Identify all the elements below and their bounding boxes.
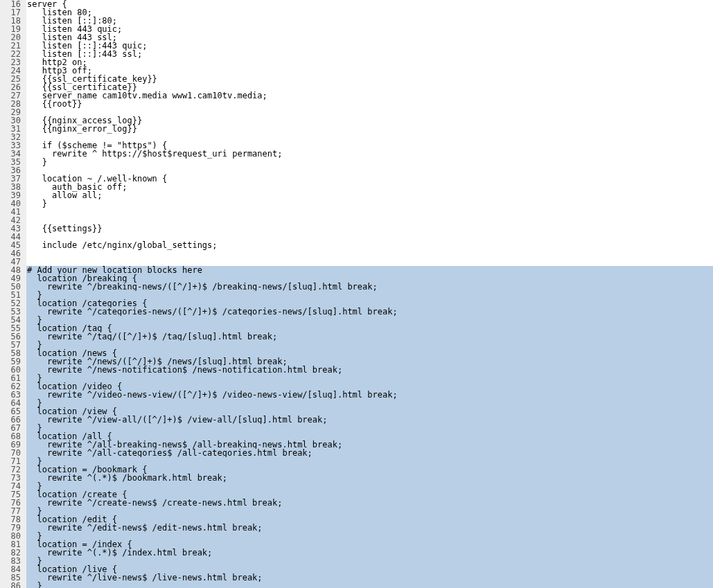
code-text[interactable]: rewrite ^/create-news$ /create-news.html… <box>26 499 713 507</box>
code-line: 41 <box>0 208 713 216</box>
code-text[interactable]: rewrite ^/edit-news$ /edit-news.html bre… <box>26 524 713 532</box>
code-line: 46 <box>0 249 713 258</box>
code-line: 28 {{root}} <box>0 100 713 108</box>
code-text[interactable]: } <box>26 424 713 432</box>
line-number: 86 <box>0 582 26 588</box>
code-line: 35 } <box>0 158 713 166</box>
code-line: 85 rewrite ^/live-news$ /live-news.html … <box>0 573 713 582</box>
code-text[interactable]: rewrite ^/tag/([^/]+)$ /tag/[slug].html … <box>26 332 713 341</box>
code-line: 42 <box>0 216 713 224</box>
code-line: 86 } <box>0 582 713 588</box>
code-line: 76 rewrite ^/create-news$ /create-news.h… <box>0 499 713 507</box>
code-line: 70 rewrite ^/all-categories$ /all-catego… <box>0 449 713 457</box>
code-text[interactable]: rewrite ^/categories-news/([^/]+)$ /cate… <box>26 308 713 316</box>
code-text[interactable]: listen [::]:80; <box>26 17 713 25</box>
code-text[interactable]: rewrite ^(.*)$ /bookmark.html break; <box>26 474 713 482</box>
code-text[interactable]: } <box>26 158 713 166</box>
code-text[interactable]: listen [::]:443 ssl; <box>26 50 713 58</box>
code-editor: 16server {17 listen 80;18 listen [::]:80… <box>0 0 713 588</box>
code-text[interactable]: } <box>26 582 713 588</box>
code-text[interactable]: auth_basic off; <box>26 183 713 191</box>
code-line: 79 rewrite ^/edit-news$ /edit-news.html … <box>0 524 713 532</box>
code-text[interactable]: rewrite ^ https://$host$request_uri perm… <box>26 150 713 158</box>
code-text[interactable]: {{nginx_error_log}} <box>26 125 713 133</box>
code-text[interactable]: listen 80; <box>26 8 713 17</box>
code-text[interactable]: server_name cam10tv.media www1.cam10tv.m… <box>26 91 713 100</box>
code-text[interactable]: } <box>26 399 713 407</box>
code-text[interactable]: http2 on; <box>26 58 713 66</box>
code-line: 56 rewrite ^/tag/([^/]+)$ /tag/[slug].ht… <box>0 332 713 341</box>
code-text[interactable]: location ~ /.well-known { <box>26 175 713 183</box>
code-text[interactable]: } <box>26 482 713 490</box>
code-text[interactable]: } <box>26 557 713 565</box>
code-text[interactable]: rewrite ^/news-notification$ /news-notif… <box>26 366 713 374</box>
code-text[interactable]: listen 443 quic; <box>26 25 713 33</box>
code-text[interactable]: rewrite ^/breaking-news/([^/]+)$ /breaki… <box>26 283 713 291</box>
code-line: 73 rewrite ^(.*)$ /bookmark.html break; <box>0 474 713 482</box>
code-line: 23 http2 on; <box>0 58 713 66</box>
code-line: 66 rewrite ^/view-all/([^/]+)$ /view-all… <box>0 416 713 424</box>
code-text[interactable]: } <box>26 199 713 208</box>
code-text[interactable]: {{settings}} <box>26 224 713 233</box>
code-text[interactable]: rewrite ^/view-all/([^/]+)$ /view-all/[s… <box>26 416 713 424</box>
code-text[interactable]: allow all; <box>26 191 713 199</box>
code-text[interactable]: } <box>26 507 713 515</box>
code-line: 16server { <box>0 0 713 8</box>
code-line: 45 include /etc/nginx/global_settings; <box>0 241 713 249</box>
code-text[interactable]: rewrite ^/all-categories$ /all-categorie… <box>26 449 713 457</box>
code-line: 39 allow all; <box>0 191 713 199</box>
code-text[interactable]: server { <box>26 0 713 8</box>
code-line: 53 rewrite ^/categories-news/([^/]+)$ /c… <box>0 308 713 316</box>
code-line: 82 rewrite ^(.*)$ /index.html break; <box>0 549 713 557</box>
code-line: 50 rewrite ^/breaking-news/([^/]+)$ /bre… <box>0 283 713 291</box>
code-text[interactable]: rewrite ^(.*)$ /index.html break; <box>26 549 713 557</box>
code-text[interactable]: } <box>26 341 713 349</box>
code-line: 38 auth_basic off; <box>0 183 713 191</box>
code-line: 60 rewrite ^/news-notification$ /news-no… <box>0 366 713 374</box>
code-text[interactable]: include /etc/nginx/global_settings; <box>26 241 713 249</box>
code-text[interactable]: } <box>26 374 713 382</box>
code-text[interactable]: } <box>26 316 713 324</box>
code-text[interactable]: {{root}} <box>26 100 713 108</box>
code-line: 27 server_name cam10tv.media www1.cam10t… <box>0 91 713 100</box>
code-text[interactable]: rewrite ^/live-news$ /live-news.html bre… <box>26 573 713 582</box>
code-line: 31 {{nginx_error_log}} <box>0 125 713 133</box>
code-line: 40 } <box>0 199 713 208</box>
code-line: 63 rewrite ^/video-news-view/([^/]+)$ /v… <box>0 391 713 399</box>
code-line: 22 listen [::]:443 ssl; <box>0 50 713 58</box>
code-line: 34 rewrite ^ https://$host$request_uri p… <box>0 150 713 158</box>
code-text[interactable]: rewrite ^/video-news-view/([^/]+)$ /vide… <box>26 391 713 399</box>
code-line: 43 {{settings}} <box>0 224 713 233</box>
